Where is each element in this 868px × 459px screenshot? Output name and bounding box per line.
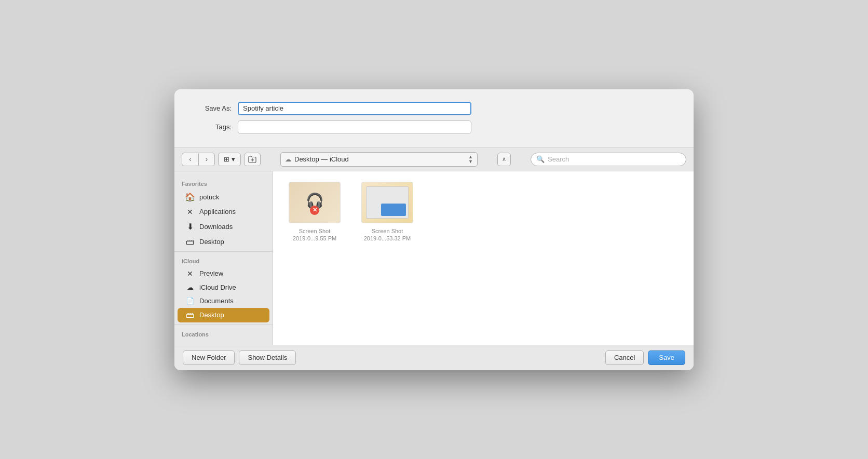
sidebar-item-label: Documents — [199, 297, 234, 305]
documents-icon: 📄 — [185, 297, 195, 305]
sidebar-item-desktop-icloud[interactable]: 🗃 Desktop — [178, 308, 269, 322]
view-grid-icon: ⊞ — [224, 155, 229, 163]
toolbar: ‹ › ⊞ ▾ ☁ Desktop — iCloud ▲ ▼ ∧ — [174, 147, 694, 171]
tags-input[interactable] — [238, 120, 471, 134]
sidebar-item-documents[interactable]: 📄 Documents — [178, 294, 269, 307]
sidebar-item-icloud-drive[interactable]: ☁ iCloud Drive — [178, 281, 269, 294]
dialog-top: Save As: Tags: — [174, 89, 694, 147]
home-icon: 🏠 — [185, 192, 195, 202]
sidebar-divider2 — [174, 325, 273, 325]
location-text: Desktop — iCloud — [294, 155, 349, 163]
icloud-drive-icon: ☁ — [185, 284, 195, 291]
expand-button[interactable]: ∧ — [497, 153, 511, 166]
error-badge: ✕ — [310, 206, 319, 215]
sidebar-item-label: Preview — [199, 269, 223, 277]
search-box[interactable]: 🔍 Search — [531, 153, 686, 166]
save-as-label: Save As: — [190, 104, 232, 112]
icloud-icon: ☁ — [285, 156, 291, 163]
sidebar-item-label: Desktop — [199, 238, 224, 246]
sidebar-item-downloads[interactable]: ⬇ Downloads — [178, 219, 269, 234]
sidebar: Favorites 🏠 potuck ✕ Applications ⬇ Down… — [174, 171, 273, 345]
file-browser: 🎧 ✕ Screen Shot 2019-0...9.55 PM Screen … — [273, 171, 694, 345]
downloads-icon: ⬇ — [185, 222, 195, 232]
file-item[interactable]: Screen Shot 2019-0...53.32 PM — [356, 182, 418, 242]
file-thumbnail-2 — [361, 182, 413, 223]
locations-section-label: Locations — [174, 327, 273, 340]
file-date-text: 2019-0...9.55 PM — [293, 235, 336, 241]
window-content — [381, 204, 406, 216]
nav-group: ‹ › — [182, 153, 215, 166]
search-icon: 🔍 — [536, 155, 545, 163]
sidebar-item-desktop-favorites[interactable]: 🗃 Desktop — [178, 235, 269, 249]
file-name: Screen Shot 2019-0...53.32 PM — [364, 227, 411, 242]
show-details-button[interactable]: Show Details — [239, 350, 296, 365]
tags-row: Tags: — [190, 120, 678, 134]
back-button[interactable]: ‹ — [182, 153, 198, 166]
dialog-bottom: New Folder Show Details Cancel Save — [174, 345, 694, 370]
view-button[interactable]: ⊞ ▾ — [218, 153, 241, 166]
file-thumbnail-1: 🎧 ✕ — [289, 182, 341, 223]
sidebar-item-applications[interactable]: ✕ Applications — [178, 205, 269, 219]
desktop-icon: 🗃 — [185, 237, 195, 247]
file-name: Screen Shot 2019-0...9.55 PM — [293, 227, 336, 242]
new-folder-button[interactable]: New Folder — [183, 350, 235, 365]
favorites-section-label: Favorites — [174, 177, 273, 189]
applications-icon: ✕ — [185, 208, 195, 216]
sidebar-item-label: Applications — [199, 208, 236, 215]
file-name-text: Screen Shot — [299, 228, 331, 234]
sidebar-item-potuck[interactable]: 🏠 potuck — [178, 190, 269, 205]
save-button[interactable]: Save — [648, 350, 685, 365]
tags-label: Tags: — [190, 123, 232, 131]
new-folder-toolbar-button[interactable] — [244, 153, 261, 166]
sidebar-divider — [174, 251, 273, 252]
save-as-row: Save As: — [190, 102, 678, 115]
main-area: Favorites 🏠 potuck ✕ Applications ⬇ Down… — [174, 171, 694, 345]
sidebar-item-label: potuck — [199, 193, 219, 201]
preview-icon: ✕ — [185, 269, 195, 278]
sidebar-item-preview[interactable]: ✕ Preview — [178, 267, 269, 280]
location-select[interactable]: ☁ Desktop — iCloud ▲ ▼ — [280, 152, 478, 167]
save-as-input[interactable] — [238, 102, 471, 115]
cancel-button[interactable]: Cancel — [605, 350, 644, 365]
sidebar-item-label: Desktop — [199, 311, 224, 319]
icloud-section-label: iCloud — [174, 254, 273, 266]
forward-button[interactable]: › — [198, 153, 215, 166]
file-date-text: 2019-0...53.32 PM — [364, 235, 411, 241]
view-dropdown-icon: ▾ — [232, 155, 235, 163]
location-arrows: ▲ ▼ — [468, 155, 473, 164]
window-preview — [366, 186, 409, 219]
location-label: ☁ Desktop — iCloud — [285, 155, 349, 163]
save-dialog: Save As: Tags: ‹ › ⊞ ▾ ☁ Deskto — [174, 89, 694, 370]
desktop-active-icon: 🗃 — [185, 310, 195, 320]
file-item[interactable]: 🎧 ✕ Screen Shot 2019-0...9.55 PM — [283, 182, 346, 242]
sidebar-item-label: Downloads — [199, 223, 233, 231]
file-name-text: Screen Shot — [372, 228, 403, 234]
sidebar-item-label: iCloud Drive — [199, 284, 236, 291]
search-placeholder: Search — [548, 155, 569, 163]
